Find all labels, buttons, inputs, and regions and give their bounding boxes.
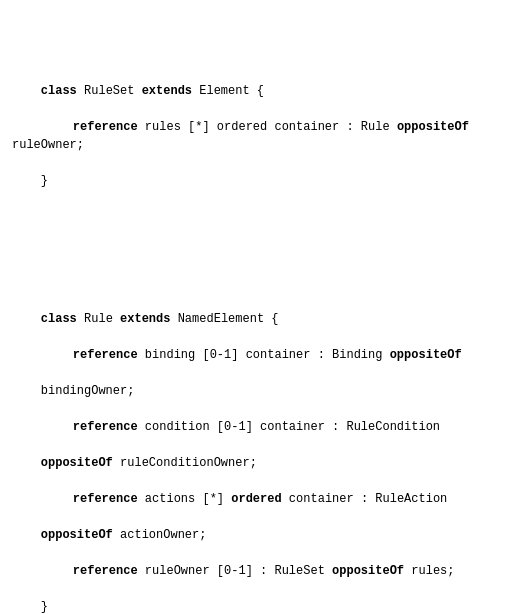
rule-section: class Rule extends NamedElement { refere… [12, 292, 507, 614]
reference-keyword-r3: reference [73, 420, 138, 434]
reference-keyword-r4: reference [73, 492, 138, 506]
line-r6: } [41, 600, 48, 614]
line-rs1: class RuleSet extends Element { [41, 84, 264, 98]
line-rs2: reference rules [*] ordered container : … [12, 120, 476, 152]
line-r3: reference condition [0-1] container : Ru… [41, 420, 440, 434]
line-r2b: bindingOwner; [41, 384, 135, 398]
line-r5: reference ruleOwner [0-1] : RuleSet oppo… [41, 564, 455, 578]
line-r1: class Rule extends NamedElement { [41, 312, 279, 326]
line-rs3: } [41, 174, 48, 188]
line-r3b: oppositeOf ruleConditionOwner; [41, 456, 257, 470]
oppositeof-keyword-r2: oppositeOf [390, 348, 462, 362]
reference-keyword: reference [73, 120, 138, 134]
line-r2: reference binding [0-1] container : Bind… [41, 348, 462, 362]
reference-keyword-r5: reference [73, 564, 138, 578]
extends-keyword-r: extends [120, 312, 170, 326]
class-keyword: class [41, 84, 77, 98]
oppositeof-keyword-r3: oppositeOf [41, 456, 113, 470]
class-keyword-r: class [41, 312, 77, 326]
ordered-keyword: ordered [231, 492, 281, 506]
oppositeof-keyword-r5: oppositeOf [332, 564, 404, 578]
ruleset-section: class RuleSet extends Element { referenc… [12, 64, 507, 208]
extends-keyword: extends [142, 84, 192, 98]
oppositeof-keyword-r4: oppositeOf [41, 528, 113, 542]
reference-keyword-r2: reference [73, 348, 138, 362]
line-r4b: oppositeOf actionOwner; [41, 528, 207, 542]
oppositeof-keyword: oppositeOf [397, 120, 469, 134]
line-r4: reference actions [*] ordered container … [41, 492, 448, 506]
code-container: class RuleSet extends Element { referenc… [12, 10, 507, 614]
